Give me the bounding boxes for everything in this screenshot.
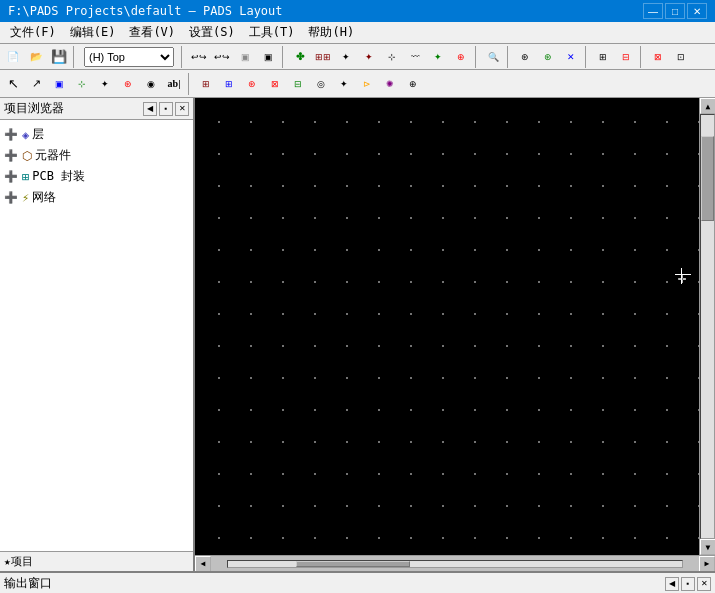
- networks-expand-icon: ➕: [4, 191, 20, 204]
- project-browser-panel: 项目浏览器 ◀ ▪ ✕ ➕ ◈ 层 ➕ ⬡ 元器件 ➕ ⊞ PCB 封装: [0, 98, 195, 571]
- canvas-container: ✛ ▲ ▼ ◀ ▶: [195, 98, 715, 571]
- tb-btn-10[interactable]: 〰: [404, 46, 426, 68]
- tb-btn-11[interactable]: ✦: [427, 46, 449, 68]
- layers-label: 层: [32, 126, 44, 143]
- main-canvas[interactable]: ✛: [195, 98, 699, 555]
- panel-float-btn[interactable]: ▪: [159, 102, 173, 116]
- close-button[interactable]: ✕: [687, 3, 707, 19]
- draw14-btn[interactable]: ✺: [379, 73, 401, 95]
- tb-btn-18[interactable]: ⊟: [615, 46, 637, 68]
- draw3-btn[interactable]: ✦: [94, 73, 116, 95]
- draw9-btn[interactable]: ⊠: [264, 73, 286, 95]
- components-label: 元器件: [35, 147, 71, 164]
- tb-btn-1[interactable]: ↩↪: [188, 46, 210, 68]
- panel-title: 项目浏览器: [4, 100, 64, 117]
- draw11-btn[interactable]: ◎: [310, 73, 332, 95]
- separator-2: [181, 46, 185, 68]
- scroll-track-x[interactable]: [227, 560, 683, 568]
- open-button[interactable]: 📂: [25, 46, 47, 68]
- horizontal-scrollbar: ◀ ▶: [195, 555, 715, 571]
- draw10-btn[interactable]: ⊟: [287, 73, 309, 95]
- pcb-expand-icon: ➕: [4, 170, 20, 183]
- scroll-thumb-v[interactable]: [701, 136, 714, 221]
- tb-btn-19[interactable]: ⊠: [647, 46, 669, 68]
- tb-btn-5[interactable]: ✤: [289, 46, 311, 68]
- separator-7: [640, 46, 644, 68]
- canvas-row: ✛ ▲ ▼: [195, 98, 715, 555]
- tb-btn-7[interactable]: ✦: [335, 46, 357, 68]
- tb-btn-2[interactable]: ↩↪: [211, 46, 233, 68]
- draw13-btn[interactable]: ⊳: [356, 73, 378, 95]
- tree-item-components[interactable]: ➕ ⬡ 元器件: [4, 145, 189, 166]
- output-float-btn[interactable]: ▪: [681, 577, 695, 591]
- draw6-btn[interactable]: ⊞: [195, 73, 217, 95]
- scroll-left-button[interactable]: ◀: [195, 556, 211, 572]
- tb-btn-16[interactable]: ✕: [560, 46, 582, 68]
- separator-3: [282, 46, 286, 68]
- tb-btn-4[interactable]: ▣: [257, 46, 279, 68]
- tb-btn-6[interactable]: ⊞⊞: [312, 46, 334, 68]
- scroll-track-v[interactable]: [700, 114, 715, 539]
- separator-1: [73, 46, 77, 68]
- networks-label: 网络: [32, 189, 56, 206]
- scroll-up-button[interactable]: ▲: [700, 98, 715, 114]
- tb-btn-8[interactable]: ✦: [358, 46, 380, 68]
- draw-toolbar: ↖ ↗ ▣ ⊹ ✦ ⊛ ◉ ab| ⊞ ⊞ ⊛ ⊠ ⊟ ◎ ✦ ⊳ ✺ ⊕: [0, 70, 715, 98]
- output-close-btn[interactable]: ✕: [697, 577, 711, 591]
- components-expand-icon: ➕: [4, 149, 20, 162]
- menu-setup[interactable]: 设置(S): [183, 22, 241, 43]
- tb-btn-17[interactable]: ⊞: [592, 46, 614, 68]
- tb-btn-3[interactable]: ▣: [234, 46, 256, 68]
- project-tab[interactable]: ★项目: [0, 551, 193, 571]
- menu-help[interactable]: 帮助(H): [302, 22, 360, 43]
- separator-6: [585, 46, 589, 68]
- output-title: 输出窗口: [4, 575, 52, 592]
- title-bar: F:\PADS Projects\default – PADS Layout —…: [0, 0, 715, 22]
- output-panel: 输出窗口 ◀ ▪ ✕ ◀ ▶ ✕ 📄 🏠 ✕ 🖨 🔍 📝 ⊞ F:\PADS P…: [0, 571, 715, 593]
- menu-edit[interactable]: 编辑(E): [64, 22, 122, 43]
- pcb-label: PCB 封装: [32, 168, 85, 185]
- draw12-btn[interactable]: ✦: [333, 73, 355, 95]
- menu-file[interactable]: 文件(F): [4, 22, 62, 43]
- new-button[interactable]: 📄: [2, 46, 24, 68]
- output-pin-btn[interactable]: ◀: [665, 577, 679, 591]
- tb-btn-20[interactable]: ⊡: [670, 46, 692, 68]
- separator-5: [507, 46, 511, 68]
- minimize-button[interactable]: —: [643, 3, 663, 19]
- layers-expand-icon: ➕: [4, 128, 20, 141]
- draw7-btn[interactable]: ⊞: [218, 73, 240, 95]
- tb-btn-15[interactable]: ⊛: [537, 46, 559, 68]
- scroll-right-button[interactable]: ▶: [699, 556, 715, 572]
- title-text: F:\PADS Projects\default – PADS Layout: [8, 4, 643, 18]
- panel-pin-btn[interactable]: ◀: [143, 102, 157, 116]
- tree-item-networks[interactable]: ➕ ⚡ 网络: [4, 187, 189, 208]
- window-controls: — □ ✕: [643, 3, 707, 19]
- draw8-btn[interactable]: ⊛: [241, 73, 263, 95]
- scroll-down-button[interactable]: ▼: [700, 539, 715, 555]
- tree-item-layers[interactable]: ➕ ◈ 层: [4, 124, 189, 145]
- tb-btn-14[interactable]: ⊛: [514, 46, 536, 68]
- draw4-btn[interactable]: ⊛: [117, 73, 139, 95]
- draw5-btn[interactable]: ◉: [140, 73, 162, 95]
- tb-btn-12[interactable]: ⊕: [450, 46, 472, 68]
- menu-tools[interactable]: 工具(T): [243, 22, 301, 43]
- menu-bar: 文件(F) 编辑(E) 查看(V) 设置(S) 工具(T) 帮助(H): [0, 22, 715, 44]
- sep-draw-1: [188, 73, 192, 95]
- text-btn[interactable]: ab|: [163, 73, 185, 95]
- tree-item-pcb[interactable]: ➕ ⊞ PCB 封装: [4, 166, 189, 187]
- maximize-button[interactable]: □: [665, 3, 685, 19]
- draw2-btn[interactable]: ⊹: [71, 73, 93, 95]
- layer-select[interactable]: (H) Top (V) Bottom: [84, 47, 174, 67]
- tb-btn-13[interactable]: 🔍: [482, 46, 504, 68]
- save-button[interactable]: 💾: [48, 46, 70, 68]
- draw1-btn[interactable]: ▣: [48, 73, 70, 95]
- main-content: 项目浏览器 ◀ ▪ ✕ ➕ ◈ 层 ➕ ⬡ 元器件 ➕ ⊞ PCB 封装: [0, 98, 715, 571]
- menu-view[interactable]: 查看(V): [123, 22, 181, 43]
- select-btn[interactable]: ↖: [2, 73, 24, 95]
- panel-close-btn[interactable]: ✕: [175, 102, 189, 116]
- vertical-scrollbar: ▲ ▼: [699, 98, 715, 555]
- tb-btn-9[interactable]: ⊹: [381, 46, 403, 68]
- select2-btn[interactable]: ↗: [25, 73, 47, 95]
- scroll-thumb-x[interactable]: [296, 561, 410, 567]
- draw15-btn[interactable]: ⊕: [402, 73, 424, 95]
